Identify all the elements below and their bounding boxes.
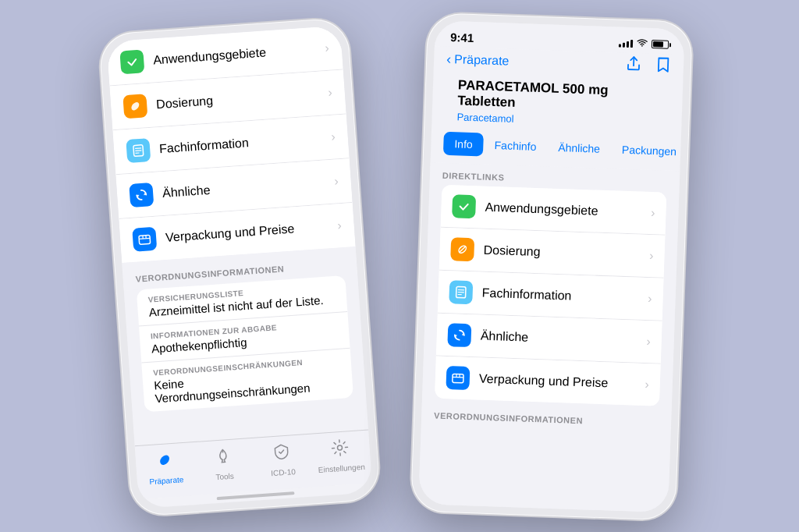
phone-right-screen: 9:41 <box>418 20 684 512</box>
fachinformation-label: Fachinformation <box>159 130 332 156</box>
tab-praeparate-label: Präparate <box>149 475 184 486</box>
phone-left: Anwendungsgebiete › Dosierung › <box>98 17 381 517</box>
chevron-icon: › <box>328 86 333 100</box>
tab-fachinfo[interactable]: Fachinfo <box>483 133 548 158</box>
verpackung-icon <box>132 227 157 252</box>
list-item[interactable]: Verpackung und Preise › <box>435 356 661 406</box>
anwendungsgebiete-icon <box>119 49 144 74</box>
chevron-icon: › <box>649 249 654 263</box>
anwendungsgebiete-label: Anwendungsgebiete <box>153 41 325 67</box>
chevron-icon: › <box>337 218 343 232</box>
list-item[interactable]: Dosierung › <box>439 227 666 278</box>
left-list: Anwendungsgebiete › Dosierung › <box>106 26 355 263</box>
battery-fill <box>653 41 663 47</box>
praeparate-icon <box>155 450 176 475</box>
tab-einstellungen-label: Einstellungen <box>318 463 365 474</box>
phone-left-content: Anwendungsgebiete › Dosierung › <box>106 26 368 446</box>
chevron-icon: › <box>648 292 652 306</box>
right-fachinformation-icon <box>449 280 473 304</box>
status-icons <box>619 38 669 50</box>
back-button[interactable]: ‹ Präparate <box>446 51 510 68</box>
right-verpackung-label: Verpackung und Preise <box>479 371 645 391</box>
signal-bar-3 <box>627 41 629 48</box>
right-content-area: DIREKTLINKS Anwendungsgebiete › <box>418 162 680 512</box>
nav-actions <box>626 55 672 77</box>
tab-tools-label: Tools <box>215 472 234 482</box>
signal-bar-2 <box>623 43 625 48</box>
aehnliche-icon <box>129 183 154 207</box>
right-dosierung-icon <box>450 237 474 261</box>
drug-title-container: PARACETAMOL 500 mg Tabletten Paracetamol <box>431 69 684 140</box>
list-item[interactable]: Ähnliche › <box>436 313 662 364</box>
chevron-icon: › <box>334 174 339 188</box>
einstellungen-icon <box>330 438 350 463</box>
verpackung-label: Verpackung und Preise <box>165 219 338 245</box>
aehnliche-label: Ähnliche <box>162 175 335 200</box>
battery-icon <box>652 40 669 49</box>
fachinformation-icon <box>126 138 151 163</box>
verordnung-info-section: VERSICHERUNGSLISTE Arzneimittel ist nich… <box>137 275 353 412</box>
svg-rect-18 <box>453 374 463 382</box>
icd10-icon <box>272 442 292 466</box>
signal-icon <box>619 39 633 48</box>
tab-tools[interactable]: Tools <box>200 445 249 482</box>
right-dosierung-label: Dosierung <box>483 243 649 262</box>
svg-line-3 <box>135 151 141 151</box>
chevron-icon: › <box>646 335 651 349</box>
right-list-card: Anwendungsgebiete › Dosierung › <box>435 185 666 406</box>
list-item[interactable]: Anwendungsgebiete › <box>441 185 667 236</box>
signal-bar-4 <box>630 40 633 48</box>
tab-icd10-label: ICD-10 <box>271 467 296 477</box>
tab-aehnliche[interactable]: Ähnliche <box>547 135 612 161</box>
svg-line-6 <box>139 238 150 239</box>
chevron-icon: › <box>325 41 330 55</box>
list-item[interactable]: Fachinformation › <box>438 270 664 321</box>
phone-left-screen: Anwendungsgebiete › Dosierung › <box>106 26 372 509</box>
chevron-icon: › <box>331 129 336 144</box>
dosierung-icon <box>123 94 147 119</box>
right-aehnliche-label: Ähnliche <box>481 328 647 348</box>
tab-info[interactable]: Info <box>443 132 484 157</box>
svg-point-9 <box>158 453 172 466</box>
wifi-icon <box>637 38 648 48</box>
svg-line-2 <box>135 148 141 149</box>
tools-icon <box>214 446 234 471</box>
chevron-icon: › <box>651 206 655 220</box>
tab-einstellungen[interactable]: Einstellungen <box>316 437 365 474</box>
right-verordnung-section-label: VERORDNUNGSINFORMATIONEN <box>421 403 672 433</box>
right-aehnliche-icon <box>447 323 471 347</box>
svg-rect-5 <box>139 235 151 244</box>
chevron-icon: › <box>645 378 649 392</box>
svg-point-11 <box>338 445 343 450</box>
share-icon[interactable] <box>626 55 642 76</box>
back-label: Präparate <box>454 52 510 68</box>
bookmark-icon[interactable] <box>655 55 672 77</box>
right-anwendungsgebiete-icon <box>452 194 476 218</box>
phone-right: 9:41 <box>410 12 693 520</box>
right-verpackung-icon <box>446 366 470 390</box>
right-anwendungsgebiete-label: Anwendungsgebiete <box>485 200 651 219</box>
right-fachinformation-label: Fachinformation <box>481 286 648 305</box>
svg-point-0 <box>130 101 140 112</box>
back-chevron-icon: ‹ <box>446 51 452 66</box>
tab-packungen[interactable]: Packungen <box>611 137 685 163</box>
tab-icd10[interactable]: ICD-10 <box>257 441 307 478</box>
tab-praeparate[interactable]: Präparate <box>141 449 190 487</box>
signal-bar-1 <box>619 44 621 48</box>
phones-container: Anwendungsgebiete › Dosierung › <box>130 16 669 516</box>
status-time: 9:41 <box>450 30 474 44</box>
dosierung-label: Dosierung <box>156 86 328 112</box>
